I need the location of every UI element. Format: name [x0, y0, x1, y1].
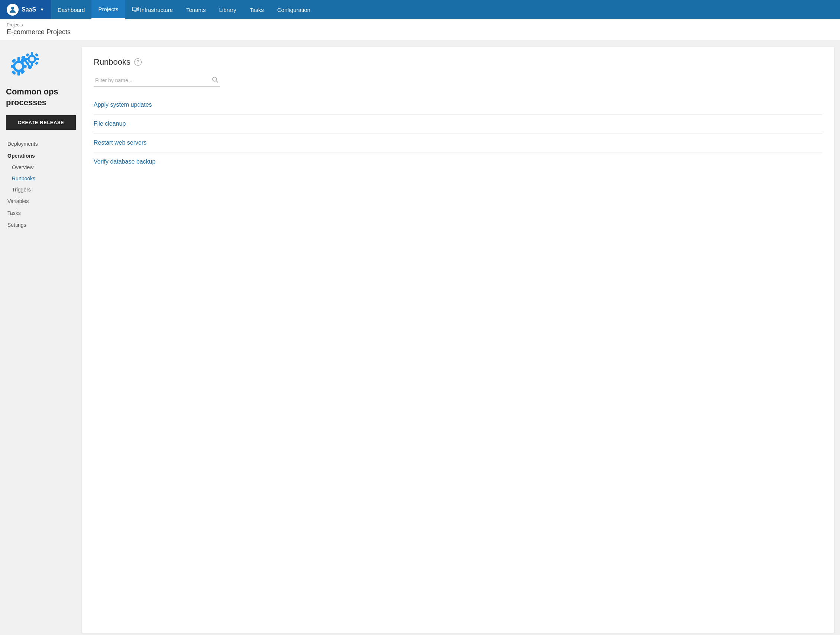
brand-name: SaaS — [22, 6, 36, 13]
project-icon — [6, 50, 76, 81]
list-item: Apply system updates — [94, 96, 822, 115]
help-icon[interactable]: ? — [134, 58, 142, 66]
svg-rect-3 — [134, 11, 136, 11]
sidebar-item-operations[interactable]: Operations — [6, 150, 76, 161]
sidebar-item-variables[interactable]: Variables — [6, 196, 76, 206]
svg-rect-9 — [11, 65, 15, 68]
runbook-link-verify-database-backup[interactable]: Verify database backup — [94, 158, 155, 165]
list-item: File cleanup — [94, 115, 822, 133]
create-release-button[interactable]: CREATE RELEASE — [6, 115, 76, 130]
svg-rect-21 — [35, 53, 39, 57]
svg-point-15 — [28, 56, 35, 62]
filter-container — [94, 74, 220, 87]
search-icon — [212, 76, 219, 85]
runbook-link-restart-web-servers[interactable]: Restart web servers — [94, 139, 147, 146]
svg-rect-16 — [31, 52, 33, 55]
svg-rect-23 — [35, 62, 39, 65]
nav-dashboard[interactable]: Dashboard — [51, 0, 92, 19]
sidebar-item-triggers[interactable]: Triggers — [6, 185, 76, 194]
project-title: Common ops processes — [6, 87, 76, 108]
nav-infrastructure[interactable]: Q Infrastructure — [125, 0, 180, 19]
nav-configuration[interactable]: Configuration — [271, 0, 317, 19]
sidebar-item-runbooks[interactable]: Runbooks — [6, 174, 76, 183]
svg-rect-7 — [17, 57, 20, 62]
svg-text:Q: Q — [137, 8, 138, 9]
svg-rect-10 — [23, 65, 27, 68]
nav-items: Dashboard Projects Q Infrastructure Tena… — [51, 0, 317, 19]
breadcrumb: Projects E-commerce Projects — [0, 19, 840, 41]
sidebar: Common ops processes CREATE RELEASE Depl… — [0, 41, 82, 635]
main-layout: Common ops processes CREATE RELEASE Depl… — [0, 41, 840, 635]
sidebar-item-tasks[interactable]: Tasks — [6, 208, 76, 218]
runbook-link-apply-system-updates[interactable]: Apply system updates — [94, 101, 152, 108]
chevron-down-icon: ▼ — [40, 7, 44, 12]
sidebar-item-overview[interactable]: Overview — [6, 163, 76, 172]
runbook-link-file-cleanup[interactable]: File cleanup — [94, 120, 126, 127]
search-input[interactable] — [94, 74, 220, 87]
breadcrumb-current: E-commerce Projects — [7, 28, 833, 36]
nav-projects[interactable]: Projects — [92, 0, 125, 19]
list-item: Restart web servers — [94, 133, 822, 152]
nav-library[interactable]: Library — [213, 0, 243, 19]
top-nav: SaaS ▼ Dashboard Projects Q Infrastructu… — [0, 0, 840, 19]
nav-tenants[interactable]: Tenants — [180, 0, 213, 19]
breadcrumb-parent: Projects — [7, 22, 833, 27]
sidebar-item-deployments[interactable]: Deployments — [6, 139, 76, 149]
svg-rect-2 — [134, 11, 137, 11]
brand-button[interactable]: SaaS ▼ — [0, 0, 51, 19]
sidebar-item-settings[interactable]: Settings — [6, 220, 76, 230]
svg-rect-20 — [26, 53, 29, 57]
svg-point-0 — [11, 7, 14, 9]
runbook-list: Apply system updates File cleanup Restar… — [94, 96, 822, 171]
svg-rect-19 — [36, 58, 39, 60]
nav-tasks[interactable]: Tasks — [243, 0, 270, 19]
page-title: Runbooks — [94, 57, 131, 67]
avatar — [7, 4, 19, 16]
screen-icon: Q — [132, 7, 139, 13]
svg-rect-8 — [17, 72, 20, 76]
svg-rect-17 — [31, 63, 33, 66]
svg-point-6 — [14, 62, 24, 71]
runbooks-header: Runbooks ? — [94, 57, 822, 67]
list-item: Verify database backup — [94, 152, 822, 171]
svg-line-28 — [216, 81, 218, 82]
content-area: Runbooks ? Apply system updates File cle… — [82, 47, 834, 633]
